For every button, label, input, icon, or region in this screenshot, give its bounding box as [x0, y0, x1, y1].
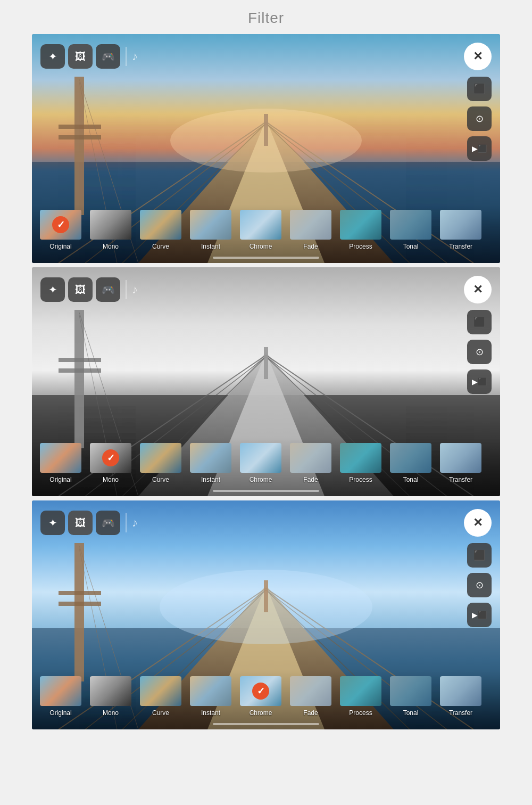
filter-row: ✓ Original Mono Curve	[37, 209, 495, 250]
filter-row: Original Mono Curve	[37, 675, 495, 717]
video-mode-button[interactable]: ⬛	[467, 77, 492, 101]
filter-item-transfer[interactable]: Transfer	[437, 675, 484, 717]
filter-item-curve[interactable]: Curve	[137, 675, 184, 717]
filter-item-fade[interactable]: Fade	[287, 209, 334, 250]
screen-3: ✦ 🖼 🎮 ♪ ✕ ⬛	[32, 500, 500, 729]
filter-strip: ✓ Original Mono Curve	[32, 204, 500, 263]
photo-icon: 🖼	[75, 517, 86, 529]
filter-item-mono[interactable]: Mono	[87, 209, 134, 250]
filter-item-mono[interactable]: ✓ Mono	[87, 442, 134, 483]
filter-item-transfer[interactable]: Transfer	[437, 209, 484, 250]
filter-item-instant[interactable]: Instant	[187, 675, 234, 717]
scroll-indicator	[213, 490, 319, 492]
magic-tool-button[interactable]: ✦	[40, 44, 65, 69]
magic-tool-button[interactable]: ✦	[40, 277, 65, 302]
gamepad-icon: 🎮	[102, 50, 115, 63]
filter-label-transfer: Transfer	[449, 709, 472, 717]
close-button[interactable]: ✕	[464, 43, 492, 70]
record-button[interactable]: ▶⬛	[467, 603, 492, 627]
camera-icon: ⊙	[476, 579, 484, 591]
close-button[interactable]: ✕	[464, 276, 492, 303]
filter-strip: Original Mono Curve	[32, 671, 500, 729]
filter-item-chrome[interactable]: ✓ Chrome	[237, 675, 284, 717]
svg-rect-32	[264, 347, 268, 379]
screen-1: ✦ 🖼 🎮 ♪ ✕ ⬛	[32, 34, 500, 263]
close-icon: ✕	[473, 283, 483, 297]
close-icon: ✕	[473, 516, 483, 530]
record-button[interactable]: ▶⬛	[467, 369, 492, 394]
gamepad-icon: 🎮	[102, 283, 115, 296]
gamepad-tool-button[interactable]: 🎮	[96, 511, 120, 535]
filter-label-chrome: Chrome	[250, 243, 272, 250]
filter-label-mono: Mono	[103, 243, 119, 250]
filter-item-instant[interactable]: Instant	[187, 442, 234, 483]
filter-label-transfer: Transfer	[449, 243, 472, 250]
filter-item-mono[interactable]: Mono	[87, 675, 134, 717]
filter-item-original[interactable]: Original	[37, 442, 84, 483]
filter-item-original[interactable]: ✓ Original	[37, 209, 84, 250]
filter-label-curve: Curve	[152, 243, 169, 250]
camera-button[interactable]: ⊙	[467, 340, 492, 364]
toolbar-left: ✦ 🖼 🎮 ♪	[40, 277, 138, 302]
video-mode-button[interactable]: ⬛	[467, 543, 492, 568]
filter-label-fade: Fade	[303, 709, 318, 717]
filter-label-original: Original	[49, 243, 71, 250]
filter-item-chrome[interactable]: Chrome	[237, 442, 284, 483]
gamepad-tool-button[interactable]: 🎮	[96, 277, 120, 302]
check-icon: ✓	[52, 216, 69, 233]
music-icon: ♪	[132, 516, 138, 530]
sidebar-right: ⬛ ⊙ ▶⬛	[467, 543, 492, 627]
filter-label-transfer: Transfer	[449, 476, 472, 483]
svg-rect-12	[59, 135, 101, 139]
filter-item-fade[interactable]: Fade	[287, 442, 334, 483]
photo-tool-button[interactable]: 🖼	[68, 44, 93, 69]
record-icon: ▶⬛	[472, 377, 487, 386]
filter-label-process: Process	[349, 243, 372, 250]
filter-item-tonal[interactable]: Tonal	[387, 209, 434, 250]
video-icon: ⬛	[473, 83, 485, 95]
check-icon: ✓	[102, 449, 119, 466]
filter-label-curve: Curve	[152, 709, 169, 717]
filter-item-fade[interactable]: Fade	[287, 675, 334, 717]
filter-item-process[interactable]: Process	[337, 442, 384, 483]
magic-tool-button[interactable]: ✦	[40, 511, 65, 535]
check-icon: ✓	[252, 683, 269, 700]
filter-item-tonal[interactable]: Tonal	[387, 442, 434, 483]
filter-item-transfer[interactable]: Transfer	[437, 442, 484, 483]
toolbar-left: ✦ 🖼 🎮 ♪	[40, 511, 138, 535]
scroll-indicator	[213, 257, 319, 259]
toolbar-top: ✦ 🖼 🎮 ♪ ✕	[40, 509, 492, 537]
filter-label-original: Original	[49, 476, 71, 483]
video-mode-button[interactable]: ⬛	[467, 310, 492, 334]
toolbar-divider	[126, 280, 127, 299]
sidebar-right: ⬛ ⊙ ▶⬛	[467, 77, 492, 161]
filter-item-original[interactable]: Original	[37, 675, 84, 717]
filter-item-process[interactable]: Process	[337, 209, 384, 250]
music-icon: ♪	[132, 283, 138, 297]
camera-icon: ⊙	[476, 346, 484, 358]
photo-tool-button[interactable]: 🖼	[68, 511, 93, 535]
gamepad-icon: 🎮	[102, 516, 115, 529]
filter-item-chrome[interactable]: Chrome	[237, 209, 284, 250]
filter-label-chrome: Chrome	[250, 476, 272, 483]
filter-item-tonal[interactable]: Tonal	[387, 675, 434, 717]
filter-label-mono: Mono	[103, 709, 119, 717]
toolbar-left: ✦ 🖼 🎮 ♪	[40, 44, 138, 69]
filter-row: Original ✓ Mono Curve	[37, 442, 495, 483]
filter-item-instant[interactable]: Instant	[187, 209, 234, 250]
photo-tool-button[interactable]: 🖼	[68, 277, 93, 302]
filter-item-curve[interactable]: Curve	[137, 209, 184, 250]
camera-icon: ⊙	[476, 113, 484, 125]
filter-item-curve[interactable]: Curve	[137, 442, 184, 483]
toolbar-divider	[126, 513, 127, 532]
camera-button[interactable]: ⊙	[467, 106, 492, 131]
record-button[interactable]: ▶⬛	[467, 136, 492, 161]
music-icon: ♪	[132, 50, 138, 63]
gamepad-tool-button[interactable]: 🎮	[96, 44, 120, 69]
close-button[interactable]: ✕	[464, 509, 492, 537]
filter-item-process[interactable]: Process	[337, 675, 384, 717]
camera-button[interactable]: ⊙	[467, 573, 492, 597]
page-title: Filter	[248, 0, 284, 34]
filter-label-instant: Instant	[201, 243, 220, 250]
screen-2: ✦ 🖼 🎮 ♪ ✕ ⬛	[32, 267, 500, 496]
